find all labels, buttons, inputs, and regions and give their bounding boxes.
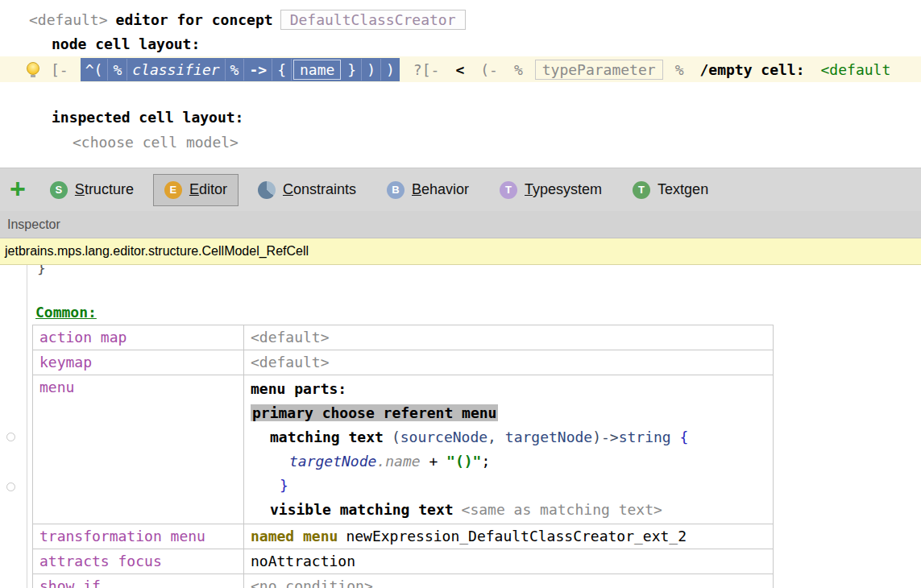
table-row-menu: menu menu parts: primary choose referent… [33, 375, 774, 524]
visible-matching-text-row[interactable]: visible matching text<same as matching t… [270, 498, 766, 522]
table-row-attracts-focus: attracts focus noAttraction [33, 549, 774, 574]
table-row-show-if: show if <no condition> [33, 574, 774, 588]
property-value: menu parts: primary choose referent menu… [244, 375, 774, 524]
property-label[interactable]: action map [33, 325, 244, 350]
breadcrumb: jetbrains.mps.lang.editor.structure.Cell… [5, 244, 309, 259]
inspected-cell-layout-label: inspected cell layout: [52, 109, 243, 126]
cell-token[interactable]: % [108, 59, 127, 81]
tab-label: Constraints [283, 181, 356, 198]
tab-constraints[interactable]: Constraints [247, 174, 367, 206]
table-row-transformation-menu: transformation menu named menunewExpress… [33, 524, 774, 549]
cell-token[interactable]: ) [381, 59, 400, 81]
typesystem-icon: T [500, 181, 517, 199]
cell-token-typeparameter[interactable]: typeParameter [535, 60, 663, 80]
textgen-icon: T [633, 181, 650, 199]
cell-token-strip: [-^(%classifier%->{name}))?[-<(-%typePar… [47, 56, 902, 82]
tab-textgen[interactable]: TTextgen [621, 174, 720, 206]
cell-token-classifier[interactable]: classifier [127, 59, 225, 81]
property-label[interactable]: show if [33, 574, 244, 588]
property-value[interactable]: <no condition> [244, 574, 774, 588]
property-value[interactable]: named menunewExpression_DefaultClassCrea… [244, 524, 774, 549]
selected-menu-part[interactable]: primary choose referent menu [251, 404, 498, 421]
property-value[interactable]: <default> [244, 325, 774, 350]
add-aspect-button[interactable]: + [10, 175, 26, 202]
property-value[interactable]: noAttraction [244, 549, 774, 574]
tab-label: Typesystem [525, 181, 602, 198]
table-row-keymap: keymap <default> [33, 350, 774, 375]
inspector-properties-table: action map <default> keymap <default> me… [32, 325, 774, 588]
editor-icon: E [164, 181, 182, 199]
cell-token-arrow[interactable]: -> [244, 59, 272, 81]
inspector-breadcrumb-bar: jetbrains.mps.lang.editor.structure.Cell… [0, 238, 921, 265]
tab-label: Textgen [658, 181, 708, 198]
matching-text-signature[interactable]: matching text(sourceNode, targetNode)->s… [270, 425, 766, 449]
property-value[interactable]: <default> [244, 350, 774, 375]
tab-label: Behavior [412, 181, 469, 198]
behavior-icon: B [387, 181, 404, 199]
cell-token-name[interactable]: name [293, 60, 341, 80]
mps-editor-window: <default>editor for conceptDefaultClassC… [0, 0, 921, 588]
matching-text-close-brace[interactable]: } [280, 474, 766, 498]
tab-label: Structure [75, 181, 134, 198]
node-cell-layout-label: node cell layout: [52, 35, 200, 52]
inspector-content: } Common: action map <default> keymap <d… [0, 265, 921, 588]
structure-icon: S [50, 181, 68, 199]
fold-handle-icon[interactable] [6, 433, 15, 441]
named-menu-keyword[interactable]: named menu [251, 528, 338, 545]
tab-structure[interactable]: SStructure [39, 174, 145, 206]
cell-token[interactable]: (- [476, 60, 502, 80]
editor-declaration-line: <default>editor for conceptDefaultClassC… [29, 10, 466, 30]
choose-cell-model-cell[interactable]: <choose cell model> [73, 134, 239, 151]
common-section-header: Common: [35, 304, 97, 321]
cell-token[interactable]: ?[- [409, 60, 444, 80]
tab-editor[interactable]: EEditor [153, 174, 239, 206]
editor-for-concept-label: editor for concept [116, 11, 273, 28]
closing-brace-cell[interactable]: } [37, 265, 46, 276]
cell-token[interactable]: ^( [81, 59, 109, 81]
selected-cell-group[interactable]: ^(%classifier%->{name})) [81, 58, 400, 81]
property-label[interactable]: transformation menu [33, 524, 244, 549]
intention-bulb-icon[interactable] [27, 62, 39, 75]
cell-token[interactable]: ) [362, 59, 381, 81]
cell-token[interactable]: { [272, 59, 292, 81]
cell-token[interactable]: % [671, 60, 688, 80]
concept-name-cell[interactable]: DefaultClassCreator [280, 10, 466, 30]
property-label[interactable]: keymap [33, 350, 244, 375]
cell-token-collection-open[interactable]: [- [47, 60, 73, 80]
constraints-pie-icon [258, 181, 276, 199]
menu-part-row[interactable]: primary choose referent menu [251, 401, 766, 425]
cell-token[interactable]: } [342, 59, 362, 81]
node-cell-layout-row: [-^(%classifier%->{name}))?[-<(-%typePar… [0, 56, 921, 82]
inspector-panel-header[interactable]: Inspector [0, 211, 921, 238]
fold-handle-icon[interactable] [6, 482, 15, 491]
gutter-divider [27, 265, 27, 588]
empty-cell-value[interactable]: <default [817, 60, 895, 80]
property-label[interactable]: attracts focus [33, 549, 244, 574]
editor-default-tag-cell[interactable]: <default> [29, 11, 108, 28]
cell-token[interactable]: % [510, 60, 527, 80]
aspect-tab-bar: + SStructure EEditor Constraints BBehavi… [0, 168, 921, 211]
tab-typesystem[interactable]: TTypesystem [488, 174, 613, 206]
tab-behavior[interactable]: BBehavior [375, 174, 480, 206]
inspector-title: Inspector [7, 217, 60, 232]
matching-text-body[interactable]: targetNode.name + "()"; [289, 449, 766, 474]
named-menu-name[interactable]: newExpression_DefaultClassCreator_ext_2 [346, 528, 687, 545]
empty-cell-label[interactable]: /empty cell: [695, 60, 808, 80]
tab-label: Editor [189, 181, 227, 198]
concept-editor-pane: <default>editor for conceptDefaultClassC… [0, 0, 921, 168]
property-label[interactable]: menu [33, 375, 244, 524]
table-row-action-map: action map <default> [33, 325, 774, 350]
menu-parts-header[interactable]: menu parts: [251, 377, 766, 401]
cell-token[interactable]: % [226, 59, 245, 81]
cell-token[interactable]: < [451, 60, 468, 80]
